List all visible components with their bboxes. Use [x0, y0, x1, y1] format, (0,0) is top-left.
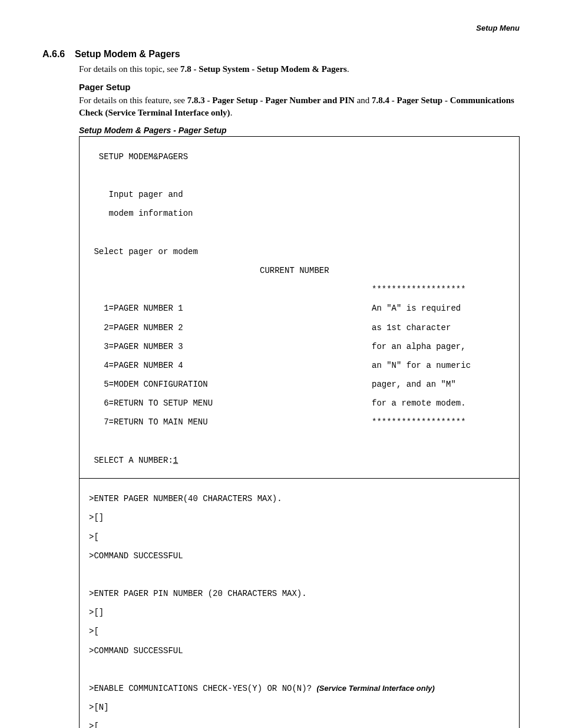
- menu-item: 3=PAGER NUMBER 3: [104, 342, 183, 351]
- note-line: pager, and an "M": [372, 380, 510, 389]
- terminal-line: 3=PAGER NUMBER 3for an alpha pager,: [89, 342, 510, 351]
- pager-intro-paragraph: For details on this feature, see 7.8.3 -…: [79, 94, 520, 118]
- note-line: an "N" for a numeric: [372, 361, 510, 370]
- text: For details on this topic, see: [79, 64, 180, 74]
- section-intro-paragraph: For details on this topic, see 7.8 - Set…: [79, 63, 520, 75]
- text: >ENABLE COMMUNICATIONS CHECK-YES(Y) OR N…: [89, 684, 312, 693]
- terminal-line: [89, 228, 510, 238]
- select-number-value: 1: [173, 456, 178, 465]
- menu-item: 6=RETURN TO SETUP MENU: [104, 398, 213, 408]
- section-heading: A.6.6Setup Modem & Pagers: [42, 49, 520, 60]
- text: Input pager and: [109, 190, 183, 199]
- stars: *******************: [372, 417, 510, 427]
- text: and: [355, 95, 372, 105]
- terminal-line: SELECT A NUMBER:1: [89, 456, 510, 465]
- menu-item: 5=MODEM CONFIGURATION: [104, 380, 207, 389]
- xref-783: 7.8.3 - Pager Setup - Pager Number and P…: [187, 95, 355, 105]
- terminal-line: Select pager or modem: [89, 247, 510, 256]
- terminal-line: >[]: [89, 513, 510, 522]
- menu-item: 1=PAGER NUMBER 1: [104, 304, 183, 313]
- terminal-line: >ENTER PAGER PIN NUMBER (20 CHARACTERS M…: [89, 589, 510, 598]
- terminal-line: 5=MODEM CONFIGURATIONpager, and an "M": [89, 380, 510, 389]
- terminal-line: CURRENT NUMBER: [89, 266, 510, 275]
- terminal-line: Input pager and: [89, 190, 510, 199]
- select-number-label: SELECT A NUMBER:: [94, 456, 173, 465]
- divider: [80, 478, 519, 479]
- terminal-line: [89, 171, 510, 180]
- subsection-heading: Pager Setup: [79, 82, 520, 92]
- header-corner: Setup Menu: [42, 24, 520, 32]
- terminal-line: [89, 437, 510, 446]
- terminal-line: >[]: [89, 608, 510, 617]
- terminal-line: modem information: [89, 209, 510, 218]
- xref-78: 7.8 - Setup System - Setup Modem & Pager…: [180, 64, 347, 74]
- current-number-label: CURRENT NUMBER: [260, 266, 372, 275]
- terminal-line: >[: [89, 627, 510, 636]
- terminal-line: *******************: [89, 285, 510, 294]
- menu-item: 4=PAGER NUMBER 4: [104, 361, 183, 370]
- terminal-line: >[: [89, 532, 510, 542]
- text: For details on this feature, see: [79, 95, 187, 105]
- note-line: An "A" is required: [372, 304, 510, 313]
- terminal-line: 1=PAGER NUMBER 1An "A" is required: [89, 304, 510, 313]
- terminal-line: 6=RETURN TO SETUP MENUfor a remote modem…: [89, 398, 510, 408]
- terminal-line: >ENABLE COMMUNICATIONS CHECK-YES(Y) OR N…: [89, 684, 510, 693]
- text: .: [230, 108, 233, 117]
- terminal-line: [89, 570, 510, 579]
- menu-item: 2=PAGER NUMBER 2: [104, 323, 183, 332]
- section-title: Setup Modem & Pagers: [75, 49, 180, 59]
- section-number: A.6.6: [42, 49, 75, 60]
- figure-caption: Setup Modem & Pagers - Pager Setup: [79, 126, 520, 135]
- terminal-line: 2=PAGER NUMBER 2as 1st character: [89, 323, 510, 332]
- note-line: as 1st character: [372, 323, 510, 332]
- terminal-box: SETUP MODEM&PAGERS Input pager and modem…: [79, 136, 520, 728]
- terminal-line: >[: [89, 722, 510, 728]
- terminal-line: SETUP MODEM&PAGERS: [89, 152, 510, 162]
- text: modem information: [109, 209, 193, 218]
- terminal-title: SETUP MODEM&PAGERS: [99, 152, 188, 162]
- terminal-line: >COMMAND SUCCESSFUL: [89, 646, 510, 655]
- terminal-line: >ENTER PAGER NUMBER(40 CHARACTERS MAX).: [89, 494, 510, 503]
- terminal-line: >[N]: [89, 703, 510, 712]
- terminal-line: 4=PAGER NUMBER 4an "N" for a numeric: [89, 361, 510, 370]
- note-line: for a remote modem.: [372, 398, 510, 408]
- menu-item: 7=RETURN TO MAIN MENU: [104, 417, 207, 427]
- terminal-line: [89, 665, 510, 674]
- terminal-line: 7=RETURN TO MAIN MENU*******************: [89, 417, 510, 427]
- stars: *******************: [372, 285, 510, 294]
- text: Select pager or modem: [94, 247, 197, 256]
- service-note: (Service Terminal Interface only): [316, 684, 434, 693]
- text: .: [347, 64, 349, 74]
- note-line: for an alpha pager,: [372, 342, 510, 351]
- terminal-line: >COMMAND SUCCESSFUL: [89, 551, 510, 561]
